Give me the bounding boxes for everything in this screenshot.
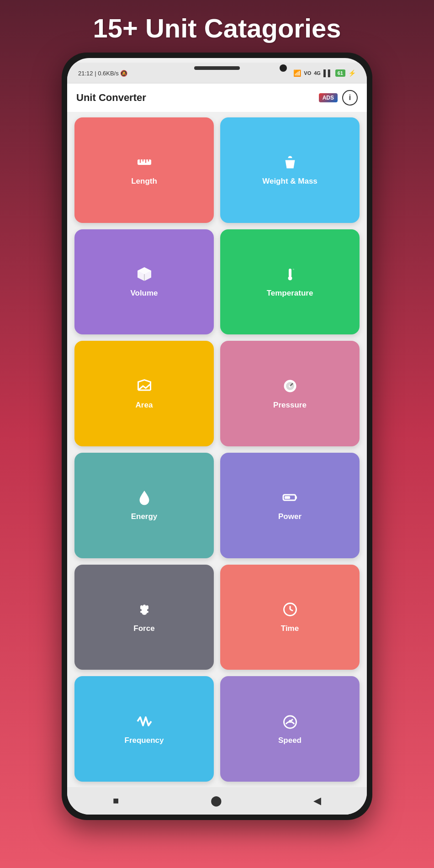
category-card-power[interactable]: Power	[220, 453, 360, 558]
svg-rect-6	[289, 269, 291, 277]
svg-point-25	[289, 720, 291, 723]
area-icon	[136, 378, 153, 396]
category-label-weight-mass: Weight & Mass	[262, 177, 318, 186]
category-card-frequency[interactable]: Frequency	[74, 676, 214, 782]
clock-icon	[282, 601, 298, 619]
status-time-speed: 21:12 | 0.6KB/s 🔕	[78, 70, 127, 77]
signal-4g-icon: 4G	[314, 70, 321, 76]
category-label-power: Power	[278, 512, 302, 521]
category-card-force[interactable]: Force	[74, 565, 214, 670]
category-card-length[interactable]: Length	[74, 117, 214, 223]
ruler-icon	[136, 154, 153, 172]
category-card-weight-mass[interactable]: Weight & Mass	[220, 117, 360, 223]
svg-point-7	[288, 276, 292, 280]
category-card-energy[interactable]: Energy	[74, 453, 214, 558]
phone-frame: 21:12 | 0.6KB/s 🔕 📶 VO 4G ▌▌ 61 ⚡ Unit C…	[62, 53, 372, 820]
app-bar: Unit Converter ADS i	[67, 84, 367, 112]
status-time: 21:12	[78, 70, 93, 77]
svg-line-23	[290, 609, 293, 611]
weight-icon	[282, 154, 298, 172]
charging-icon: ⚡	[348, 69, 356, 77]
vo-icon: VO	[304, 70, 311, 76]
categories-grid: LengthWeight & MassVolume°TemperatureAre…	[67, 112, 367, 787]
svg-rect-0	[138, 159, 151, 165]
app-title: Unit Converter	[76, 92, 146, 104]
svg-rect-17	[140, 605, 143, 609]
svg-rect-15	[296, 496, 297, 499]
category-label-speed: Speed	[278, 736, 302, 745]
phone-screen: 21:12 | 0.6KB/s 🔕 📶 VO 4G ▌▌ 61 ⚡ Unit C…	[67, 58, 367, 815]
category-card-time[interactable]: Time	[220, 565, 360, 670]
svg-rect-18	[143, 604, 146, 609]
app-bar-icons: ADS i	[319, 90, 358, 106]
gauge-icon	[282, 378, 298, 396]
nav-home-button[interactable]: ⬤	[211, 795, 222, 807]
battery-icon	[282, 489, 298, 508]
nav-recent-button[interactable]: ■	[113, 795, 119, 807]
cube-icon	[136, 266, 153, 284]
category-card-speed[interactable]: Speed	[220, 676, 360, 782]
status-alarm-icon: 🔕	[120, 70, 127, 77]
thermometer-icon: °	[282, 266, 298, 284]
category-card-pressure[interactable]: Pressure	[220, 341, 360, 446]
ads-button[interactable]: ADS	[319, 93, 338, 102]
category-label-length: Length	[131, 177, 157, 186]
status-right-icons: 📶 VO 4G ▌▌ 61 ⚡	[293, 69, 356, 77]
category-label-temperature: Temperature	[267, 289, 313, 298]
status-speed: 0.6KB/s	[98, 70, 119, 77]
category-label-force: Force	[133, 624, 154, 633]
category-label-time: Time	[281, 624, 299, 633]
category-card-volume[interactable]: Volume	[74, 229, 214, 335]
svg-rect-19	[146, 605, 148, 609]
category-label-energy: Energy	[131, 512, 158, 521]
category-label-pressure: Pressure	[273, 401, 307, 410]
category-card-area[interactable]: Area	[74, 341, 214, 446]
fist-icon	[136, 601, 153, 619]
phone-camera	[280, 64, 287, 72]
category-label-volume: Volume	[130, 289, 158, 298]
battery-indicator: 61	[335, 69, 345, 77]
category-label-area: Area	[136, 401, 153, 410]
svg-rect-20	[140, 611, 148, 613]
svg-text:°: °	[293, 268, 294, 272]
wave-icon	[136, 713, 153, 731]
page-title: 15+ Unit Catagories	[93, 13, 341, 43]
status-bar: 21:12 | 0.6KB/s 🔕 📶 VO 4G ▌▌ 61 ⚡	[67, 63, 367, 84]
svg-rect-16	[285, 496, 290, 499]
wifi-icon: 📶	[293, 69, 301, 77]
nav-back-button[interactable]: ◀	[313, 795, 321, 807]
drop-icon	[136, 489, 153, 508]
category-card-temperature[interactable]: °Temperature	[220, 229, 360, 335]
bottom-nav: ■ ⬤ ◀	[67, 787, 367, 815]
signal-bars-icon: ▌▌	[323, 69, 333, 77]
speedometer-icon	[282, 713, 298, 731]
phone-speaker	[194, 66, 240, 70]
info-button[interactable]: i	[342, 90, 358, 106]
category-label-frequency: Frequency	[125, 736, 164, 745]
